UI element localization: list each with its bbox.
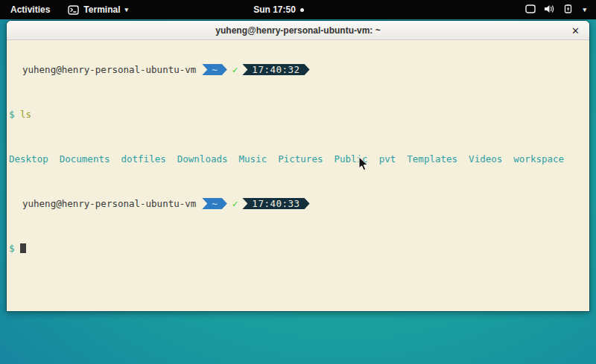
app-menu-label: Terminal (83, 4, 120, 15)
system-tray[interactable]: ▾ (516, 0, 596, 19)
app-menu-terminal[interactable]: Terminal ▾ (60, 0, 136, 19)
terminal-window: yuheng@henry-personal-ubuntu-vm: ~ ✕ yuh… (6, 20, 590, 312)
volume-icon (544, 4, 555, 16)
typed-command: ls (20, 109, 31, 120)
prompt-status-check: ✓ (232, 198, 238, 209)
prompt-symbol: $ (9, 109, 20, 120)
prompt-line: yuheng@henry-personal-ubuntu-vm ~ ✓ 17:4… (9, 64, 587, 75)
terminal-cursor (20, 243, 26, 253)
prompt-host: yuheng@henry-personal-ubuntu-vm (22, 198, 196, 209)
prompt-status-check: ✓ (232, 64, 238, 75)
clock-button[interactable]: Sun 17:50 (253, 4, 304, 15)
notification-dot-icon (300, 8, 304, 12)
close-icon[interactable]: ✕ (571, 25, 580, 35)
prompt-cwd-segment: ~ (202, 198, 227, 209)
activities-button[interactable]: Activities (0, 0, 60, 19)
chevron-down-icon: ▾ (124, 7, 128, 13)
window-title: yuheng@henry-personal-ubuntu-vm: ~ (215, 25, 380, 36)
prompt-time-segment: 17:40:32 (242, 64, 309, 75)
terminal-content[interactable]: yuheng@henry-personal-ubuntu-vm ~ ✓ 17:4… (7, 40, 589, 278)
top-bar-left: Activities Terminal ▾ (0, 0, 136, 19)
prompt-line: yuheng@henry-personal-ubuntu-vm ~ ✓ 17:4… (9, 198, 587, 209)
command-line: $ ls (9, 109, 587, 120)
active-command-line: $ (9, 243, 587, 254)
window-titlebar[interactable]: yuheng@henry-personal-ubuntu-vm: ~ ✕ (7, 21, 589, 40)
clock-label: Sun 17:50 (253, 4, 296, 15)
display-icon (525, 4, 536, 16)
prompt-time-segment: 17:40:33 (242, 198, 309, 209)
chevron-down-icon: ▾ (583, 7, 586, 13)
prompt-cwd-segment: ~ (202, 64, 227, 75)
battery-charging-icon (563, 4, 574, 16)
prompt-symbol: $ (9, 243, 20, 254)
top-bar: Activities Terminal ▾ Sun 17:50 (0, 0, 596, 19)
terminal-icon (68, 5, 79, 15)
prompt-host: yuheng@henry-personal-ubuntu-vm (22, 64, 196, 75)
ls-output: Desktop Documents dotfiles Downloads Mus… (9, 153, 587, 165)
